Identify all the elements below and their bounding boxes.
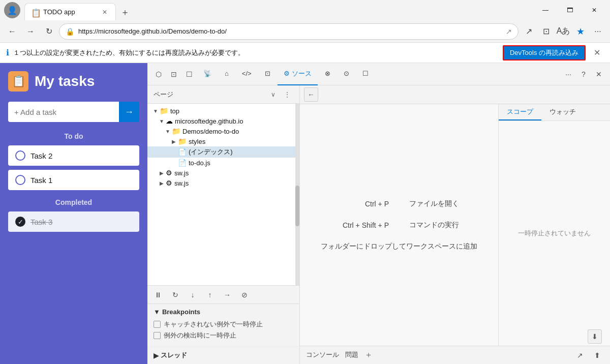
bp-checkbox-2[interactable] <box>154 332 161 339</box>
bp-label-2: 例外の検出時に一時停止 <box>164 331 236 340</box>
tabs-bar: 📋 TODO app ✕ ＋ <box>24 0 534 20</box>
tree-item-host[interactable]: ▼ ☁ microsoftedge.github.io <box>147 116 299 126</box>
step-into-button[interactable]: ↓ <box>186 288 199 301</box>
tree-label-styles: styles <box>189 138 205 145</box>
tree-item-styles[interactable]: ▶ 📁 styles <box>147 136 299 146</box>
task-item[interactable]: Task 1 <box>8 170 139 190</box>
devtools-tab-elements[interactable]: </> <box>236 63 258 85</box>
bp-checkbox-1[interactable] <box>154 321 161 328</box>
sources-icon: ⚙ <box>284 70 290 77</box>
scope-tab-scope[interactable]: スコープ <box>499 104 541 120</box>
devtools-panel: ⬡ ⊡ ☐ 📡 ⌂ </> ⊡ ⚙ ソース <box>147 63 610 364</box>
breakpoint-item-1[interactable]: キャッチされない例外で一時停止 <box>154 320 293 329</box>
tree-arrow-top: ▼ <box>151 108 160 114</box>
refresh-button[interactable]: ↻ <box>41 23 57 40</box>
more-button[interactable]: ··· <box>590 23 606 40</box>
devtools-tab-home[interactable]: ⌂ <box>219 63 235 85</box>
add-task-row: → <box>8 102 139 122</box>
task-item[interactable]: Task 2 <box>8 145 139 166</box>
share-button[interactable]: ↗ <box>521 23 537 40</box>
threads-title[interactable]: ▶ スレッド <box>154 351 293 360</box>
console-add-button[interactable]: ＋ <box>364 350 373 360</box>
task-3-checkbox[interactable]: ✓ <box>15 217 25 227</box>
back-button[interactable]: ← <box>4 23 20 40</box>
main-area: 📋 My tasks → To do Task 2 Task 1 Complet… <box>0 63 610 364</box>
sidebar-toggle-button[interactable]: ☐ <box>182 67 196 81</box>
tree-arrow-demos: ▼ <box>164 129 172 134</box>
breakpoints-title[interactable]: ▼ Breakpoints <box>154 308 293 316</box>
tree-item-top[interactable]: ▼ 📁 top <box>147 106 299 116</box>
minimize-button[interactable]: — <box>534 2 557 18</box>
devtools-help-button[interactable]: ? <box>576 67 591 81</box>
console-tab-console[interactable]: コンソール <box>306 348 339 362</box>
file-tree-section: ページ ∨ ⋮ ▼ 📁 top ▼ ☁ <box>147 85 300 364</box>
file-tree-menu-button[interactable]: ⋮ <box>281 88 293 101</box>
profile-icon[interactable]: 👤 <box>4 2 20 18</box>
browser-frame: 👤 📋 TODO app ✕ ＋ — 🗖 ✕ ← → ↻ 🔒 https://m… <box>0 0 610 364</box>
deactivate-button[interactable]: ⊘ <box>238 288 251 301</box>
devtools-tab-network[interactable]: ⊗ <box>319 63 337 85</box>
editor-toolbar: ← <box>300 85 610 104</box>
console-dock-button[interactable]: ⬆ <box>591 349 604 362</box>
devtools-tab-console[interactable]: ⊡ <box>259 63 277 85</box>
console-tab-issues[interactable]: 問題 <box>345 348 358 362</box>
console-bar: コンソール 問題 ＋ ↗ ⬆ <box>300 346 610 364</box>
download-icon[interactable]: ⬇ <box>588 329 602 344</box>
todo-app-icon: 📋 <box>8 71 28 92</box>
step-out-button[interactable]: ↑ <box>203 288 217 301</box>
devtools-close-button[interactable]: ✕ <box>592 67 606 81</box>
step-over-button[interactable]: ↻ <box>169 288 182 301</box>
shortcuts-panel: Ctrl + P ファイルを開く Ctrl + Shift + P コマンドの実… <box>300 104 498 346</box>
task-2-checkbox[interactable] <box>15 150 25 161</box>
active-tab[interactable]: 📋 TODO app ✕ <box>24 3 116 20</box>
devtools-more-button[interactable]: ··· <box>561 67 575 81</box>
file-tree-content[interactable]: ▼ 📁 top ▼ ☁ microsoftedge.github.io ▼ 📁 <box>147 104 299 285</box>
forward-button[interactable]: → <box>22 23 39 40</box>
collections-button[interactable]: ⊡ <box>538 23 554 40</box>
pause-button[interactable]: ⏸ <box>151 288 165 301</box>
notification-close-button[interactable]: ✕ <box>590 46 604 60</box>
tab-close-button[interactable]: ✕ <box>100 8 109 17</box>
read-aloud-button[interactable]: Aあ <box>555 23 571 40</box>
devtools-tab-wireless[interactable]: 📡 <box>197 63 218 85</box>
devtools-tab-application[interactable]: ☐ <box>356 63 375 85</box>
tree-item-todo-js[interactable]: 📄 to-do.js <box>147 158 299 168</box>
tree-item-sw2[interactable]: ▶ ⚙ sw.js <box>147 178 299 188</box>
breakpoint-item-2[interactable]: 例外の検出時に一時停止 <box>154 331 293 340</box>
folder-icon-top: 📁 <box>160 107 168 115</box>
device-toggle-button[interactable]: ⊡ <box>167 67 181 81</box>
add-task-input[interactable] <box>8 102 119 122</box>
tree-item-index[interactable]: 📄 (インデックス) <box>147 146 299 158</box>
completed-section: Completed ✓ Task 3 <box>8 198 139 236</box>
tree-item-sw1[interactable]: ▶ ⚙ sw.js <box>147 168 299 178</box>
task-item-completed[interactable]: ✓ Task 3 <box>8 211 139 232</box>
devtools-tab-performance[interactable]: ⊙ <box>338 63 355 85</box>
add-task-button[interactable]: → <box>119 102 139 122</box>
console-icon: ⊡ <box>265 70 270 77</box>
tree-item-demos[interactable]: ▼ 📁 Demos/demo-to-do <box>147 126 299 136</box>
scope-empty-message: 一時停止されていません <box>499 121 610 346</box>
close-button[interactable]: ✕ <box>583 2 606 18</box>
favorites-button[interactable]: ★ <box>572 23 589 40</box>
tree-arrow-sw1: ▶ <box>158 170 166 176</box>
share-icon: ↗ <box>506 27 512 36</box>
scope-tab-watch[interactable]: ウォッチ <box>541 104 584 120</box>
devtools-reload-button[interactable]: DevTools の再読み込み <box>503 45 586 60</box>
folder-icon-styles: 📁 <box>178 137 187 145</box>
new-tab-button[interactable]: ＋ <box>117 4 133 20</box>
console-popout-button[interactable]: ↗ <box>573 349 587 362</box>
folder-icon-demos: 📁 <box>172 127 180 135</box>
task-3-label: Task 3 <box>30 218 52 226</box>
editor-back-button[interactable]: ← <box>304 87 318 102</box>
address-bar[interactable]: 🔒 https://microsoftedge.github.io/Demos/… <box>59 23 518 40</box>
file-tree-collapse-button[interactable]: ∨ <box>267 88 279 101</box>
perf-icon: ⊙ <box>344 70 349 77</box>
tree-label-index: (インデックス) <box>189 147 233 157</box>
step-button[interactable]: → <box>221 288 234 301</box>
devtools-tab-sources[interactable]: ⚙ ソース <box>278 63 318 85</box>
maximize-button[interactable]: 🗖 <box>558 2 582 18</box>
app-icon: ☐ <box>362 70 369 77</box>
devtools-body: ページ ∨ ⋮ ▼ 📁 top ▼ ☁ <box>147 85 610 364</box>
inspect-element-button[interactable]: ⬡ <box>151 67 166 81</box>
task-1-checkbox[interactable] <box>15 175 25 185</box>
